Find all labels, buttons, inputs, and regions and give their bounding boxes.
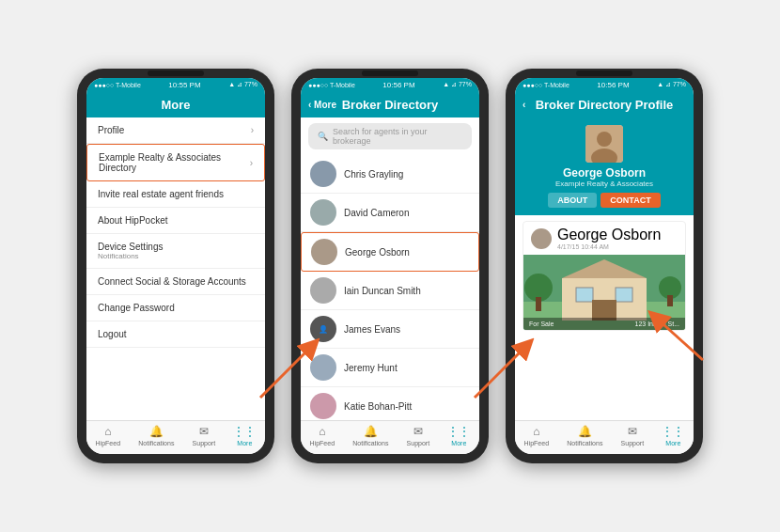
agent-item-bohan[interactable]: Katie Bohan-Pitt — [301, 387, 479, 420]
svg-rect-12 — [616, 288, 632, 302]
menu-list-1: Profile › Example Realty & Associates Di… — [86, 117, 265, 420]
menu-label-about: About HipPocket — [98, 215, 168, 226]
profile-name-3: George Osborn — [563, 166, 646, 180]
menu-label-connect: Connect Social & Storage Accounts — [98, 276, 246, 287]
tab-notifications-1[interactable]: 🔔 Notifications — [138, 425, 174, 450]
phone-1: ●●●○○ T-Mobile 10:55 PM ▲ ⊿ 77% More Pro… — [77, 69, 274, 463]
search-bar-2[interactable]: 🔍 Search for agents in your brokerage — [308, 123, 472, 149]
tab-label-notifications-1: Notifications — [138, 440, 174, 446]
profile-avatar-img — [585, 125, 623, 163]
profile-company-3: Example Realty & Associates — [555, 180, 653, 188]
tab-more-2[interactable]: ⋮⋮ More — [447, 425, 470, 450]
menu-item-profile[interactable]: Profile › — [86, 117, 265, 144]
listing-card-avatar-3 — [531, 228, 552, 249]
profile-tab-about[interactable]: ABOUT — [548, 193, 597, 208]
tab-hipfeed-1[interactable]: ⌂ HipFeed — [96, 425, 120, 450]
agent-item-cameron[interactable]: David Cameron — [301, 194, 479, 232]
tab-hipfeed-2[interactable]: ⌂ HipFeed — [310, 425, 335, 450]
menu-label-logout: Logout — [98, 329, 127, 339]
tab-hipfeed-3[interactable]: ⌂ HipFeed — [524, 425, 549, 450]
menu-item-logout[interactable]: Logout — [86, 321, 265, 348]
hipfeed-icon-3: ⌂ — [533, 425, 539, 438]
menu-sub-device: Notifications — [98, 252, 163, 260]
status-bar-1: ●●●○○ T-Mobile 10:55 PM ▲ ⊿ 77% — [86, 78, 265, 91]
listing-label-3: For Sale — [529, 321, 554, 327]
agent-item-evans[interactable]: 👤 James Evans — [301, 310, 479, 349]
more-icon-1: ⋮⋮ — [233, 425, 256, 438]
tab-support-1[interactable]: ✉ Support — [193, 425, 216, 450]
time-3: 10:56 PM — [597, 81, 629, 89]
profile-tab-contact[interactable]: CONTACT — [601, 193, 660, 208]
listing-card-info-3: George Osborn 4/17/15 10:44 AM — [557, 227, 661, 250]
phone-shell-3: ●●●○○ T-Mobile 10:56 PM ▲ ⊿ 77% ‹ Broker… — [506, 69, 703, 463]
menu-item-connect[interactable]: Connect Social & Storage Accounts — [86, 269, 265, 295]
tab-notifications-2[interactable]: 🔔 Notifications — [352, 425, 388, 450]
icons-3: ▲ ⊿ 77% — [657, 81, 686, 88]
search-placeholder-2: Search for agents in your brokerage — [333, 127, 462, 146]
agent-name-osborn: George Osborn — [345, 247, 410, 258]
phone-notch-1 — [148, 70, 204, 76]
agent-avatar-evans: 👤 — [310, 316, 336, 342]
tab-more-1[interactable]: ⋮⋮ More — [233, 425, 256, 450]
svg-rect-15 — [536, 297, 541, 311]
nav-bar-1: More — [86, 91, 265, 117]
profile-header-3: George Osborn Example Realty & Associate… — [515, 117, 694, 215]
agent-item-hunt[interactable]: Jeremy Hunt — [301, 349, 479, 387]
status-bar-3: ●●●○○ T-Mobile 10:56 PM ▲ ⊿ 77% — [515, 78, 694, 91]
agent-name-evans: James Evans — [344, 324, 400, 335]
agent-avatar-cameron — [310, 199, 336, 226]
agent-avatar-hunt — [310, 354, 336, 381]
agent-item-osborn[interactable]: George Osborn — [301, 232, 479, 272]
notifications-icon-3: 🔔 — [578, 425, 592, 438]
profile-spacer — [515, 336, 694, 420]
menu-label-password: Change Password — [98, 303, 175, 313]
svg-rect-11 — [576, 288, 593, 302]
search-icon-2: 🔍 — [318, 132, 328, 141]
tab-label-support-2: Support — [407, 440, 430, 446]
listing-address-3: 123 Inman St... — [635, 321, 679, 327]
tab-notifications-3[interactable]: 🔔 Notifications — [567, 425, 602, 450]
phone-shell-1: ●●●○○ T-Mobile 10:55 PM ▲ ⊿ 77% More Pro… — [77, 69, 274, 463]
notifications-icon-1: 🔔 — [149, 425, 164, 438]
phone-3: ●●●○○ T-Mobile 10:56 PM ▲ ⊿ 77% ‹ Broker… — [506, 69, 703, 463]
menu-item-device[interactable]: Device Settings Notifications — [86, 234, 265, 269]
carrier-1: ●●●○○ T-Mobile — [94, 82, 141, 88]
nav-title-1: More — [161, 98, 190, 112]
menu-label-directory: Example Realty & Associates Directory — [99, 152, 250, 173]
phones-scene: ●●●○○ T-Mobile 10:55 PM ▲ ⊿ 77% More Pro… — [77, 69, 703, 463]
listing-card-name-3: George Osborn — [557, 227, 661, 243]
chevron-directory: › — [250, 158, 253, 168]
agent-item-grayling[interactable]: Chris Grayling — [301, 155, 479, 194]
tab-label-more-1: More — [237, 440, 252, 446]
carrier-3: ●●●○○ T-Mobile — [523, 82, 569, 88]
more-icon-3: ⋮⋮ — [662, 425, 684, 438]
time-1: 10:55 PM — [168, 81, 200, 89]
menu-item-about[interactable]: About HipPocket — [86, 208, 265, 234]
listing-card-3[interactable]: George Osborn 4/17/15 10:44 AM — [523, 221, 686, 331]
menu-label-invite: Invite real estate agent friends — [98, 189, 224, 199]
tab-label-more-3: More — [665, 440, 680, 446]
support-icon-2: ✉ — [413, 425, 423, 438]
listing-card-header-3: George Osborn 4/17/15 10:44 AM — [523, 222, 685, 255]
menu-item-password[interactable]: Change Password — [86, 295, 265, 321]
chevron-profile: › — [251, 125, 254, 135]
nav-back-2[interactable]: ‹ More — [308, 100, 336, 110]
phone-2: ●●●○○ T-Mobile 10:56 PM ▲ ⊿ 77% ‹ More B… — [291, 69, 489, 463]
agent-name-hunt: Jeremy Hunt — [344, 363, 398, 373]
agent-avatar-osborn — [311, 239, 337, 265]
tab-support-3[interactable]: ✉ Support — [621, 425, 645, 450]
menu-item-invite[interactable]: Invite real estate agent friends — [86, 181, 265, 208]
agent-item-smith[interactable]: Iain Duncan Smith — [301, 272, 479, 310]
tab-label-support-3: Support — [621, 440, 645, 446]
phone-notch-3 — [576, 70, 632, 76]
tab-support-2[interactable]: ✉ Support — [407, 425, 430, 450]
agent-name-smith: Iain Duncan Smith — [344, 286, 421, 296]
tab-more-3[interactable]: ⋮⋮ More — [662, 425, 684, 450]
hipfeed-icon-2: ⌂ — [319, 425, 325, 438]
agent-name-bohan: Katie Bohan-Pitt — [344, 401, 412, 412]
notifications-icon-2: 🔔 — [364, 425, 378, 438]
support-icon-3: ✉ — [628, 425, 637, 438]
nav-back-3[interactable]: ‹ — [523, 100, 525, 110]
listing-img-3: For Sale 123 Inman St... — [523, 255, 685, 330]
menu-item-directory[interactable]: Example Realty & Associates Directory › — [86, 144, 265, 181]
